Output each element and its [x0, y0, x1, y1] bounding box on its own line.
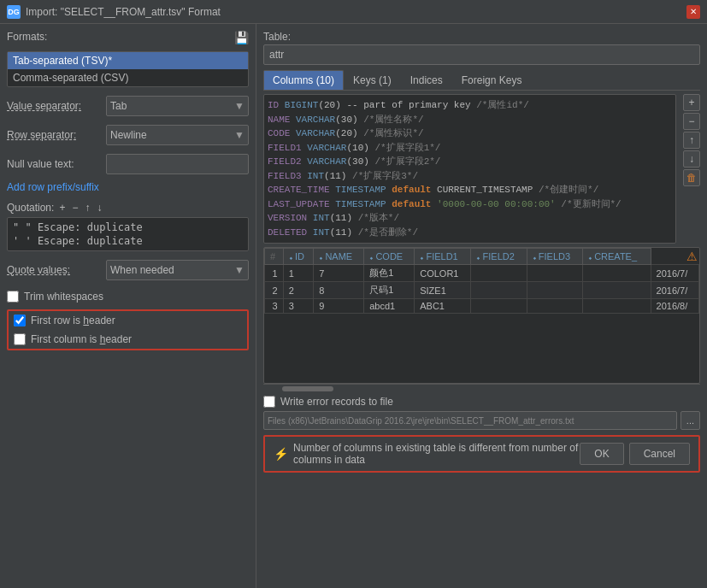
first-column-header-checkbox[interactable]	[14, 333, 26, 345]
bottom-section: Write error records to file ... ⚡ Number…	[263, 396, 700, 473]
data-preview-container: ⚠ # ⬥ ID ⬥ NAME ⬥ CODE ⬥ FIELD1 ⬥ FIELD2…	[263, 247, 700, 384]
table-cell	[582, 265, 651, 282]
add-column-btn[interactable]: +	[683, 94, 700, 111]
table-cell: 8	[314, 282, 364, 299]
write-error-label: Write error records to file	[280, 396, 393, 408]
sql-line: CREATE_TIME TIMESTAMP default CURRENT_TI…	[268, 183, 672, 197]
left-panel: Formats: 💾 Tab-separated (TSV)* Comma-se…	[0, 24, 256, 588]
format-item-csv[interactable]: Comma-separated (CSV)	[8, 69, 248, 86]
browse-button[interactable]: ...	[680, 411, 700, 430]
warning-icon: ⚠	[686, 250, 698, 263]
table-row: 228尺码1SIZE12016/7/	[265, 282, 699, 299]
table-row: 339abcd1ABC12016/8/	[265, 299, 699, 314]
trim-whitespaces-checkbox[interactable]	[7, 291, 19, 303]
value-separator-row: Value separator: Tab ▼	[7, 96, 249, 116]
add-row-prefix-link[interactable]: Add row prefix/suffix	[7, 181, 249, 193]
delete-column-btn[interactable]: 🗑	[683, 169, 700, 186]
table-cell	[527, 299, 582, 314]
table-name-input[interactable]	[263, 44, 700, 65]
quotation-up-btn[interactable]: ↑	[83, 202, 91, 214]
close-button[interactable]: ✕	[686, 5, 700, 19]
null-value-label: Null value text:	[7, 158, 101, 170]
table-cell	[471, 282, 527, 299]
tab-keys[interactable]: Keys (1)	[344, 70, 401, 90]
tabs-row: Columns (10) Keys (1) Indices Foreign Ke…	[263, 70, 700, 91]
lightning-icon: ⚡	[274, 447, 288, 461]
quotation-down-btn[interactable]: ↓	[95, 202, 103, 214]
bottom-bar: ⚡ Number of columns in existing table is…	[263, 435, 700, 473]
remove-column-btn[interactable]: −	[683, 113, 700, 130]
scrollbar-thumb[interactable]	[282, 386, 333, 391]
title-bar: DG Import: "SELECT__FROM_attr.tsv" Forma…	[0, 0, 707, 24]
tab-indices[interactable]: Indices	[401, 70, 452, 90]
move-down-btn[interactable]: ↓	[683, 150, 700, 168]
table-cell: abcd1	[364, 299, 415, 314]
window-title: Import: "SELECT__FROM_attr.tsv" Format	[26, 6, 221, 18]
action-buttons: OK Cancel	[580, 443, 690, 465]
value-separator-value: Tab	[110, 100, 127, 112]
quotation-row-2: ' ' Escape: duplicate	[13, 234, 243, 248]
format-item-tsv[interactable]: Tab-separated (TSV)*	[8, 52, 248, 69]
first-row-header-checkbox[interactable]	[14, 315, 26, 326]
quotation-add-btn[interactable]: +	[57, 202, 67, 214]
side-buttons: + − ↑ ↓ 🗑	[683, 94, 700, 244]
horizontal-scrollbar[interactable]	[263, 384, 700, 392]
warning-message: ⚡ Number of columns in existing table is…	[274, 442, 580, 466]
write-error-checkbox[interactable]	[263, 396, 275, 408]
table-cell: 2	[283, 282, 313, 299]
row-separator-arrow: ▼	[234, 129, 245, 141]
table-header: ⬥ CODE	[364, 249, 415, 265]
tab-foreign-keys[interactable]: Foreign Keys	[452, 70, 532, 90]
value-separator-arrow: ▼	[234, 100, 245, 112]
quote-values-label: Quote values:	[7, 264, 101, 276]
table-header: ⬥ FIELD3	[527, 249, 582, 265]
table-header: ⬥ FIELD1	[415, 249, 471, 265]
error-file-row: ...	[263, 411, 700, 430]
first-row-header-label: First row is header	[31, 315, 115, 326]
table-cell	[471, 265, 527, 282]
null-value-input[interactable]	[106, 154, 249, 174]
header-checkboxes-group: First row is header First column is head…	[7, 309, 249, 350]
sql-line: VERSION INT(11) /*版本*/	[268, 211, 672, 226]
save-icon[interactable]: 💾	[234, 31, 249, 44]
sql-editor[interactable]: ID BIGINT(20) -- part of primary key /*属…	[263, 94, 676, 244]
table-header: ⬥ CREATE_	[582, 249, 651, 265]
cancel-button[interactable]: Cancel	[629, 443, 690, 465]
move-up-btn[interactable]: ↑	[683, 132, 700, 149]
ok-button[interactable]: OK	[580, 443, 623, 465]
formats-list: Tab-separated (TSV)* Comma-separated (CS…	[7, 51, 249, 87]
sql-line: ID BIGINT(20) -- part of primary key /*属…	[268, 98, 672, 113]
warning-text: Number of columns in existing table is d…	[293, 442, 580, 466]
value-separator-select[interactable]: Tab ▼	[106, 96, 249, 116]
quote-values-select[interactable]: When needed ▼	[106, 260, 249, 280]
quote-values-row: Quote values: When needed ▼	[7, 260, 249, 280]
value-separator-label: Value separator:	[7, 100, 101, 112]
table-cell: 2016/8/	[651, 299, 698, 314]
row-number: 2	[265, 282, 284, 299]
right-panel: Table: Columns (10) Keys (1) Indices For…	[256, 24, 707, 588]
tab-columns[interactable]: Columns (10)	[263, 70, 344, 90]
sql-line: NAME VARCHAR(30) /*属性名称*/	[268, 113, 672, 127]
table-header: ⬥ ID	[283, 249, 313, 265]
table-row: 117颜色1COLOR12016/7/	[265, 265, 699, 282]
sql-line: LAST_UPDATE TIMESTAMP default '0000-00-0…	[268, 197, 672, 212]
table-cell: 9	[314, 299, 364, 314]
table-cell: 尺码1	[364, 282, 415, 299]
row-number: 1	[265, 265, 284, 282]
sql-line: DELETED INT(11) /*是否删除*/	[268, 226, 672, 240]
table-cell	[471, 299, 527, 314]
table-cell	[582, 299, 651, 314]
quotation-remove-btn[interactable]: −	[70, 202, 80, 214]
error-file-input[interactable]	[263, 411, 677, 430]
table-cell	[527, 265, 582, 282]
row-separator-select[interactable]: Newline ▼	[106, 125, 249, 145]
quote-values-arrow: ▼	[234, 264, 245, 276]
table-label: Table:	[263, 31, 700, 43]
null-value-row: Null value text:	[7, 154, 249, 174]
table-cell: 7	[314, 265, 364, 282]
write-error-row: Write error records to file	[263, 396, 700, 408]
first-column-header-row: First column is header	[9, 330, 247, 349]
table-cell	[527, 282, 582, 299]
sql-line: FIELD1 VARCHAR(10) /*扩展字段1*/	[268, 141, 672, 156]
table-cell	[582, 282, 651, 299]
